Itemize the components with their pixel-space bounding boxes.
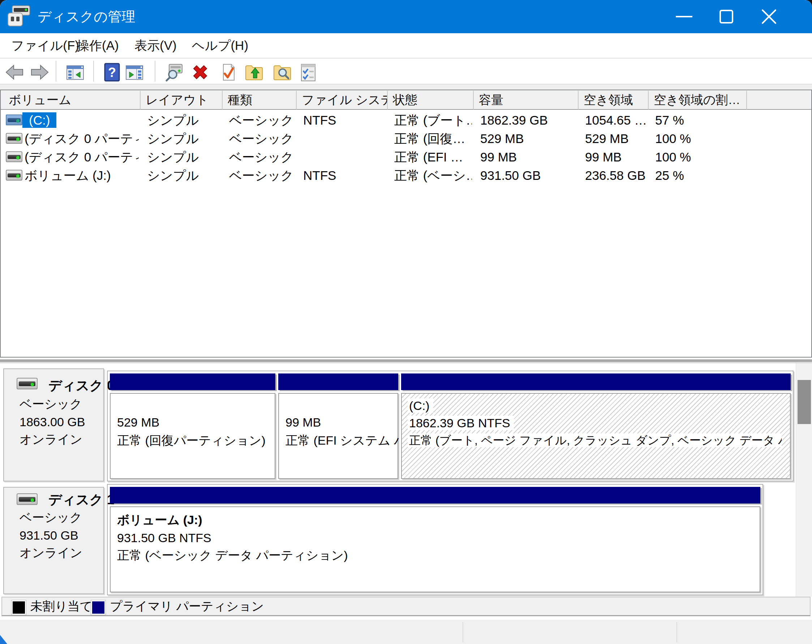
cell-capacity: 99 MB xyxy=(480,148,577,166)
volume-row-c[interactable]: (C:) シンプル ベーシック NTFS 正常 (ブート… 1862.39 GB… xyxy=(1,111,811,129)
toolbar-separator xyxy=(93,61,94,82)
toolbar-check-document-button[interactable] xyxy=(219,63,238,82)
cell-status: 正常 (ブート… xyxy=(394,111,472,129)
selected-volume-label: (C:) xyxy=(22,112,56,128)
disk-management-window: ディスクの管理 ファイル(F) 操作(A) 表示(V) ヘルプ(H) xyxy=(0,0,812,644)
volume-row-j[interactable]: ボリューム (J:) シンプル ベーシック NTFS 正常 (ベーシ… 931.… xyxy=(1,166,811,184)
toolbar-gap xyxy=(0,85,812,90)
toolbar-separator xyxy=(155,61,156,82)
folder-up-arrow-icon xyxy=(244,63,263,82)
toolbar-separator xyxy=(56,61,56,82)
checklist-icon xyxy=(299,63,317,82)
column-header-type[interactable]: 種類 xyxy=(223,91,297,110)
toolbar-checklist-button[interactable] xyxy=(299,63,317,82)
status-bar-separator xyxy=(462,622,463,642)
menu-file[interactable]: ファイル(F) xyxy=(11,33,79,58)
toolbar-delete-button[interactable] xyxy=(191,63,210,82)
partition-color-bar xyxy=(110,487,760,504)
minimize-button[interactable] xyxy=(665,0,703,33)
toolbar-back-button[interactable] xyxy=(5,63,24,82)
disk-1-status: オンライン xyxy=(20,545,82,560)
toolbar-action-pane-button[interactable] xyxy=(125,63,144,82)
cell-capacity: 1862.39 GB xyxy=(480,111,577,129)
toolbar-folder-search-button[interactable] xyxy=(272,63,291,82)
cell-filesystem xyxy=(303,148,386,166)
close-button[interactable] xyxy=(750,0,788,33)
volume-row-recovery[interactable]: (ディスク 0 パーティショ… シンプル ベーシック 正常 (回復… 529 M… xyxy=(1,129,811,148)
partition-size-text: 931.50 GB NTFS xyxy=(117,530,211,545)
toolbar-forward-button[interactable] xyxy=(31,63,49,82)
volume-drive-icon xyxy=(6,114,22,125)
close-icon xyxy=(761,9,777,24)
cell-type: ベーシック xyxy=(229,111,294,129)
cell-capacity: 931.50 GB xyxy=(480,166,577,184)
cell-capacity: 529 MB xyxy=(480,129,577,148)
menu-action[interactable]: 操作(A) xyxy=(76,33,119,58)
column-header-free-pct[interactable]: 空き領域の割… xyxy=(649,91,747,110)
cell-type: ベーシック xyxy=(229,148,294,166)
cell-volume: (ディスク 0 パーティショ… xyxy=(24,148,139,166)
toolbar xyxy=(0,58,812,85)
partition-status-text: 正常 (回復パーティション) xyxy=(117,433,266,448)
cell-free-space: 529 MB xyxy=(585,129,647,148)
column-header-free-space[interactable]: 空き領域 xyxy=(578,91,649,110)
disk-management-app-icon xyxy=(7,5,31,28)
forward-arrow-icon xyxy=(31,63,49,82)
pane-splitter[interactable] xyxy=(0,358,812,363)
cell-free-pct: 100 % xyxy=(655,148,745,166)
toolbar-rescan-disks-button[interactable] xyxy=(165,63,184,82)
disk-0-size: 1863.00 GB xyxy=(20,414,85,430)
cell-filesystem: NTFS xyxy=(303,166,386,184)
partition-volume-j[interactable]: ボリューム (J:) 931.50 GB NTFS 正常 (ベーシック データ … xyxy=(110,487,760,592)
volume-row-efi[interactable]: (ディスク 0 パーティショ… シンプル ベーシック 正常 (EFI … 99 … xyxy=(1,148,811,166)
partition-c-selected[interactable]: (C:) 1862.39 GB NTFS 正常 (ブート, ページ ファイル, … xyxy=(401,373,791,479)
disk-device-icon xyxy=(7,5,31,27)
partition-size-text: 1862.39 GB NTFS xyxy=(408,416,514,430)
column-header-layout[interactable]: レイアウト xyxy=(140,91,223,110)
status-bar xyxy=(0,620,812,644)
toolbar-folder-up-button[interactable] xyxy=(244,63,263,82)
cell-free-pct: 25 % xyxy=(655,166,745,184)
vertical-scrollbar[interactable] xyxy=(796,363,812,597)
maximize-button[interactable] xyxy=(707,0,745,33)
cell-volume: (ディスク 0 パーティショ… xyxy=(24,129,139,148)
column-header-filesystem[interactable]: ファイル システム xyxy=(297,91,388,110)
cell-free-space: 236.58 GB xyxy=(585,166,647,184)
cell-volume: ボリューム (J:) xyxy=(24,166,139,184)
help-icon: ? xyxy=(104,63,120,82)
cell-free-pct: 100 % xyxy=(655,129,745,148)
partition-status-text: 正常 (ベーシック データ パーティション) xyxy=(117,548,348,563)
cell-filesystem: NTFS xyxy=(303,111,386,129)
column-header-status[interactable]: 状態 xyxy=(388,91,474,110)
volume-drive-icon xyxy=(6,151,22,162)
cell-free-space: 99 MB xyxy=(585,148,647,166)
status-bar-gap xyxy=(0,617,812,620)
partition-recovery[interactable]: 529 MB 正常 (回復パーティション) xyxy=(110,373,275,479)
disk-1-name: ディスク 1 xyxy=(49,491,114,509)
partition-color-bar xyxy=(278,373,398,390)
cell-free-space: 1054.65 … xyxy=(585,111,647,129)
column-header-empty[interactable] xyxy=(747,91,811,110)
toolbar-help-button[interactable]: ? xyxy=(104,63,120,82)
column-header-capacity[interactable]: 容量 xyxy=(474,91,578,110)
disk-drive-icon xyxy=(17,493,38,505)
cell-layout: シンプル xyxy=(147,166,221,184)
document-check-icon xyxy=(219,63,238,82)
disk-0-type: ベーシック xyxy=(20,396,82,412)
folder-search-icon xyxy=(272,63,291,82)
toolbar-console-tree-button[interactable] xyxy=(66,63,85,82)
partition-size-text: 99 MB xyxy=(285,415,321,430)
cell-free-pct: 57 % xyxy=(655,111,745,129)
volume-drive-icon xyxy=(6,170,22,181)
column-header-volume[interactable]: ボリューム xyxy=(1,91,140,110)
maximize-icon xyxy=(719,9,734,24)
partition-efi[interactable]: 99 MB 正常 (EFI システム パー xyxy=(278,373,398,479)
disk-drive-icon xyxy=(17,378,38,389)
menu-help[interactable]: ヘルプ(H) xyxy=(192,33,248,58)
partition-size-text: 529 MB xyxy=(117,415,159,430)
cell-layout: シンプル xyxy=(147,129,221,148)
disk-0-name: ディスク 0 xyxy=(49,377,114,394)
menu-view[interactable]: 表示(V) xyxy=(134,33,177,58)
legend-swatch-primary xyxy=(91,600,105,615)
scrollbar-thumb[interactable] xyxy=(798,380,811,424)
